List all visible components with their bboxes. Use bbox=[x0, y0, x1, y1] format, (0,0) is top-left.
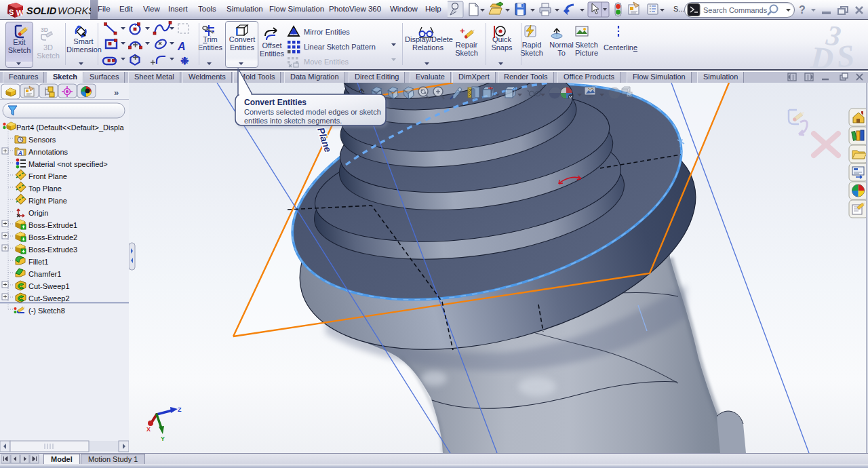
svg-text:+: + bbox=[460, 26, 465, 36]
svg-text:Converts selected model edges: Converts selected model edges or sketch bbox=[244, 108, 381, 116]
svg-text:Z: Z bbox=[178, 406, 182, 413]
svg-text:A: A bbox=[177, 41, 186, 52]
svg-text:?: ? bbox=[799, 4, 806, 16]
svg-text:entities into sketch segments.: entities into sketch segments. bbox=[244, 117, 342, 125]
svg-text:S: S bbox=[835, 38, 856, 71]
svg-text:D: D bbox=[809, 40, 835, 71]
svg-text:Search Commands: Search Commands bbox=[703, 6, 768, 14]
svg-text:Y: Y bbox=[161, 435, 165, 442]
svg-text:❉: ❉ bbox=[180, 55, 189, 66]
svg-text:3D: 3D bbox=[41, 26, 48, 33]
svg-text:Convert Entities: Convert Entities bbox=[244, 98, 307, 107]
svg-text:X: X bbox=[146, 426, 151, 433]
svg-text:»: » bbox=[114, 87, 119, 98]
